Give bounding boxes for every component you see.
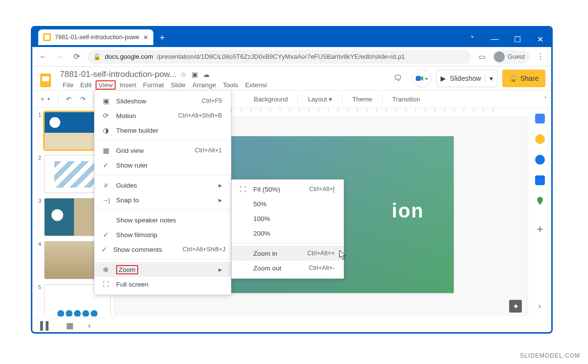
meet-button[interactable]: ▾ [412, 70, 431, 87]
menu-item-theme-builder[interactable]: ◑Theme builder [95, 123, 231, 138]
chevron-down-icon[interactable]: ▾ [485, 74, 493, 82]
new-slide-button[interactable]: ＋ ▾ [36, 93, 53, 105]
menu-edit[interactable]: Edit [77, 80, 95, 90]
menu-item-icon: ✓ [101, 161, 110, 169]
menu-item-shortcut: Ctrl+Alt+1 [195, 147, 222, 154]
menu-item-icon: ◑ [101, 126, 110, 134]
menu-item-label: Snap to [116, 196, 213, 204]
menu-item-label: Show speaker notes [116, 217, 222, 224]
menu-item-motion[interactable]: ⟳MotionCtrl+Alt+Shift+B [95, 108, 231, 123]
view-dropdown-menu: ▣SlideshowCtrl+F5⟳MotionCtrl+Alt+Shift+B… [94, 90, 231, 295]
back-button[interactable]: ← [37, 51, 49, 63]
menu-item-shortcut: Ctrl+F5 [202, 97, 222, 104]
cloud-status-icon[interactable]: ☁ [203, 71, 210, 78]
zoom-item-zoom-in[interactable]: Zoom inCtrl+Alt++ [232, 246, 343, 261]
collapse-toolbar-icon[interactable]: ˄ [544, 96, 547, 103]
move-icon[interactable]: ▣ [192, 71, 198, 78]
menu-item-icon: ▣ [101, 97, 110, 105]
new-tab-button[interactable]: ＋ [155, 30, 169, 44]
background-button[interactable]: Background [249, 94, 293, 105]
calendar-icon[interactable] [535, 114, 545, 123]
menu-item-zoom[interactable]: ⊕Zoom▸ [95, 262, 231, 277]
slides-logo-icon[interactable] [36, 71, 56, 90]
chevron-right-icon[interactable]: › [539, 302, 541, 311]
tab-title: 7881-01-self-introduction-powe [55, 34, 139, 41]
layout-button[interactable]: Layout ▾ [303, 94, 337, 105]
menu-item-icon: ✓ [101, 245, 107, 253]
menu-item-show-speaker-notes[interactable]: Show speaker notes [95, 213, 231, 227]
menu-extensions[interactable]: Extensi [242, 80, 270, 90]
menu-item-icon: ▦ [101, 146, 110, 154]
menu-item-shortcut: Ctrl+Alt+- [309, 265, 335, 271]
thumb-index: 5 [35, 284, 41, 316]
star-icon[interactable]: ☆ [180, 71, 187, 78]
profile-chip[interactable]: Guest [492, 50, 530, 64]
zoom-item-fit-50-[interactable]: ⛶Fit (50%)Ctrl+Alt+[ [232, 182, 343, 196]
zoom-item-50-[interactable]: 50% [232, 196, 343, 211]
zoom-item-100-[interactable]: 100% [232, 211, 343, 226]
menu-item-snap-to[interactable]: →|Snap to▸ [95, 193, 231, 207]
transition-button[interactable]: Transition [388, 94, 425, 105]
zoom-item-200-[interactable]: 200% [232, 226, 343, 241]
share-button[interactable]: 🔒 Share [502, 70, 545, 87]
grid-view-icon[interactable]: ▦ [66, 321, 74, 330]
maximize-icon[interactable]: ☐ [506, 31, 529, 47]
menu-file[interactable]: File [60, 80, 76, 90]
url-domain: docs.google.com [105, 53, 153, 60]
menu-item-show-ruler[interactable]: ✓Show ruler [95, 158, 231, 172]
chevron-left-icon[interactable]: ‹ [88, 321, 91, 330]
menu-item-full-screen[interactable]: ⛶Full screen [95, 277, 231, 291]
menu-item-label: Full screen [116, 281, 222, 288]
slides-favicon-icon [43, 33, 51, 41]
menu-item-slideshow[interactable]: ▣SlideshowCtrl+F5 [95, 94, 231, 108]
menu-tools[interactable]: Tools [220, 80, 242, 90]
lock-icon: 🔒 [93, 53, 101, 60]
filmstrip-footer: ▌▌ ▦ ‹ [32, 318, 115, 332]
menubar: File Edit View Insert Format Slide Arran… [60, 80, 246, 90]
menu-item-grid-view[interactable]: ▦Grid viewCtrl+Alt+1 [95, 143, 231, 158]
theme-button[interactable]: Theme [347, 94, 377, 105]
menu-item-label: 100% [253, 215, 335, 222]
minimize-icon[interactable]: — [484, 31, 506, 47]
add-addon-icon[interactable]: ＋ [535, 221, 545, 236]
play-icon: ▶ [441, 74, 446, 82]
menu-arrange[interactable]: Arrange [190, 80, 219, 90]
reload-button[interactable]: ⟳ [71, 51, 82, 63]
kebab-menu-icon[interactable]: ⋮ [535, 51, 546, 63]
chevron-down-icon[interactable]: ˅ [461, 31, 484, 47]
mouse-cursor-icon [339, 250, 347, 261]
menu-item-icon: ⟳ [101, 112, 110, 120]
filmstrip-view-icon[interactable]: ▌▌ [40, 321, 51, 330]
menu-insert[interactable]: Insert [117, 80, 139, 90]
contacts-icon[interactable] [535, 175, 545, 185]
document-title[interactable]: 7881-01-self-introduction-pow... [60, 70, 176, 79]
menu-item-show-filmstrip[interactable]: ✓Show filmstrip [95, 227, 231, 242]
undo-button[interactable]: ↶ [63, 94, 74, 105]
menu-item-guides[interactable]: #Guides▸ [95, 178, 231, 193]
slideshow-button[interactable]: ▶ Slideshow ▾ [436, 70, 497, 87]
menu-item-label: Slideshow [116, 97, 181, 105]
submenu-arrow-icon: ▸ [219, 181, 222, 189]
menu-item-label: 200% [253, 230, 335, 237]
menu-item-show-comments[interactable]: ✓Show commentsCtrl+Alt+Shift+J [95, 242, 231, 257]
keep-icon[interactable] [535, 134, 545, 144]
menu-view[interactable]: View [96, 80, 116, 90]
thumb-index: 2 [35, 155, 41, 193]
thumb-index: 4 [35, 241, 41, 279]
menu-item-icon: →| [101, 196, 110, 204]
close-icon[interactable]: ✕ [529, 31, 551, 47]
menu-format[interactable]: Format [140, 80, 167, 90]
menu-item-label: Guides [116, 182, 213, 189]
redo-button[interactable]: ↷ [77, 94, 89, 105]
explore-button[interactable]: ✦ [509, 300, 522, 313]
browser-tab[interactable]: 7881-01-self-introduction-powe ✕ [38, 29, 153, 45]
maps-icon[interactable] [535, 196, 545, 206]
tab-close-icon[interactable]: ✕ [143, 34, 148, 41]
comment-history-icon[interactable]: 🗨 [389, 70, 407, 87]
menu-slide[interactable]: Slide [168, 80, 189, 90]
tasks-icon[interactable] [535, 155, 545, 165]
forward-button[interactable]: → [54, 51, 66, 63]
reading-list-icon[interactable]: ▭ [476, 51, 488, 63]
zoom-item-zoom-out[interactable]: Zoom outCtrl+Alt+- [232, 261, 343, 275]
url-field[interactable]: 🔒 docs.google.com/presentation/d/1D9CiL0… [87, 50, 471, 64]
